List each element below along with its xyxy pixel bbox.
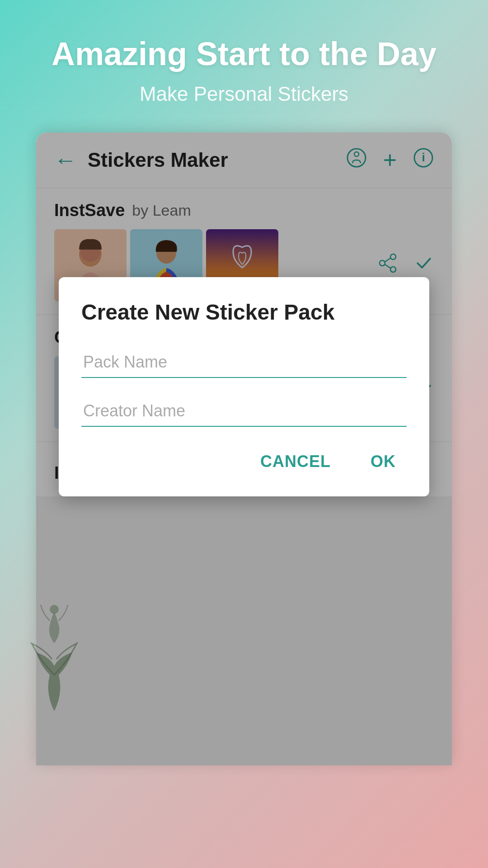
creator-name-input[interactable] <box>81 396 407 427</box>
promo-section: Amazing Start to the Day Make Personal S… <box>0 0 488 132</box>
dialog-overlay: Create New Sticker Pack CANCEL OK <box>36 132 452 765</box>
promo-subtitle: Make Personal Stickers <box>18 83 470 105</box>
pack-name-input-group <box>81 347 407 378</box>
creator-name-input-group <box>81 396 407 427</box>
create-sticker-pack-dialog: Create New Sticker Pack CANCEL OK <box>59 277 429 496</box>
app-container: ← Stickers Maker + i <box>36 132 452 765</box>
ok-button[interactable]: OK <box>360 445 407 478</box>
dialog-title: Create New Sticker Pack <box>81 300 407 325</box>
pack-name-input[interactable] <box>81 347 407 378</box>
dialog-actions: CANCEL OK <box>81 445 407 478</box>
promo-title: Amazing Start to the Day <box>18 36 470 72</box>
cancel-button[interactable]: CANCEL <box>249 445 342 478</box>
